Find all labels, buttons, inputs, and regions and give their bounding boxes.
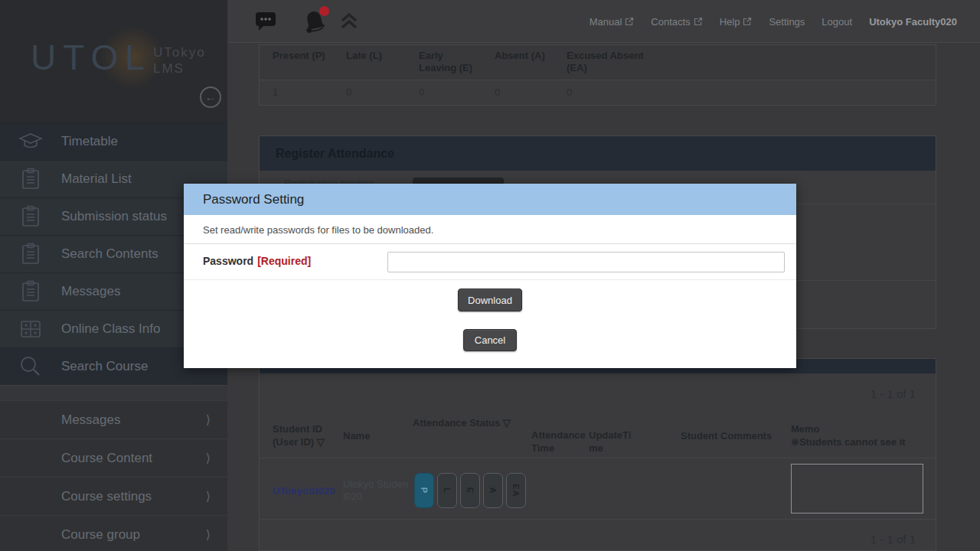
help-link-label: Help (720, 16, 740, 28)
logout-link[interactable]: Logout (822, 16, 852, 28)
utol-logo-subtitle: UTokyo LMS (153, 44, 206, 77)
sidebar-divider (0, 385, 227, 400)
status-button-late[interactable]: L (437, 473, 457, 508)
topbar-links: Manual Contacts Help Settings Logout Uto… (590, 0, 957, 43)
modal-description: Set read/write passwords for files to be… (184, 215, 796, 244)
summary-value-absent: 0 (482, 80, 554, 105)
manual-link-label: Manual (590, 16, 622, 28)
summary-header-row: Present (P) Late (L) Early Leaving (E) A… (260, 45, 936, 80)
settings-link[interactable]: Settings (769, 16, 805, 28)
modal-title: Password Setting (203, 192, 304, 207)
password-input[interactable] (387, 252, 785, 272)
column-header-student-id[interactable]: Student ID (User ID) ▽ (273, 422, 341, 448)
summary-value-present: 1 (260, 80, 333, 105)
clipboard-icon (0, 205, 61, 228)
summary-header-early-leaving: Early Leaving (E) (406, 45, 482, 80)
password-label: Password[Required] (203, 255, 311, 267)
sidebar-item-label: Online Class Info (61, 321, 160, 337)
summary-header-present: Present (P) (260, 45, 333, 80)
user-name: Utokyo Faculty020 (869, 16, 957, 28)
topbar: Manual Contacts Help Settings Logout Uto… (227, 0, 980, 43)
column-header-attendance-time: AttendanceTime (531, 429, 586, 455)
divider (260, 458, 936, 458)
chevron-right-icon: ⟩ (206, 451, 211, 465)
utol-logo: UTOL (31, 37, 152, 78)
external-link-icon (743, 17, 752, 26)
student-id-link[interactable]: UTokyoSt020 (273, 485, 335, 497)
external-link-icon (694, 17, 703, 26)
register-attendance-title: Register Attendance (276, 147, 394, 161)
sidebar-logo-area: UTOL UTokyo LMS ← (0, 0, 227, 122)
notification-badge-dot (319, 6, 329, 16)
video-conference-grid-icon (0, 319, 61, 339)
sidebar-item-timetable[interactable]: Timetable (0, 122, 227, 160)
attendance-summary-table: Present (P) Late (L) Early Leaving (E) A… (259, 44, 936, 106)
student-name: Utokyo Student020 (343, 478, 409, 503)
sidebar-item-course-settings[interactable]: Course settings ⟩ (0, 477, 227, 515)
sidebar-item-course-content[interactable]: Course Content ⟩ (0, 439, 227, 477)
status-button-absent[interactable]: A (483, 473, 503, 508)
summary-header-absent: Absent (A) (482, 45, 554, 80)
collapse-double-chevron-up-icon[interactable] (339, 13, 359, 30)
attendance-status-list-panel: 1 - 1 of 1 Student ID (User ID) ▽ Name A… (259, 358, 936, 551)
modal-header: Password Setting (184, 184, 796, 215)
summary-header-late: Late (L) (333, 45, 406, 80)
sidebar-item-label: Search Course (61, 359, 148, 374)
sidebar-item-label: Course group (61, 527, 140, 543)
contacts-link-label: Contacts (651, 16, 690, 28)
status-button-excused-absent[interactable]: EA (506, 473, 526, 508)
column-header-update-time: UpdateTime (589, 429, 635, 455)
sidebar-item-label: Messages (61, 284, 120, 299)
chevron-right-icon: ⟩ (206, 412, 211, 427)
graduation-cap-icon (0, 132, 61, 152)
sidebar-item-label: Course Content (61, 451, 152, 466)
column-header-attendance-status[interactable]: Attendance Status ▽ (413, 416, 511, 429)
sidebar-item-label: Material List (61, 171, 132, 187)
manual-link[interactable]: Manual (590, 16, 635, 28)
divider (260, 519, 936, 520)
sidebar-item-label: Submission status (61, 209, 167, 224)
chat-bubble-icon[interactable] (255, 9, 276, 32)
modal-form-row: Password[Required] (184, 244, 796, 280)
summary-header-excused-absent: Excused Absent (EA) (554, 45, 661, 80)
chevron-right-icon: ⟩ (206, 527, 211, 542)
chevron-right-icon: ⟩ (206, 489, 211, 504)
password-setting-modal: Password Setting Set read/write password… (184, 184, 796, 368)
sidebar-item-label: Timetable (61, 134, 118, 149)
cancel-button[interactable]: Cancel (463, 329, 517, 351)
attendance-status-buttons: P L E A EA (414, 473, 526, 508)
download-button[interactable]: Download (458, 289, 522, 311)
register-attendance-header: Register Attendance (260, 136, 936, 171)
sidebar-collapse-arrow-icon[interactable]: ← (200, 86, 221, 108)
column-header-student-comments: Student Comments (681, 429, 772, 442)
sidebar-item-label: Course settings (61, 489, 152, 504)
clipboard-icon (0, 280, 61, 303)
sidebar-item-course-group[interactable]: Course group ⟩ (0, 515, 227, 551)
memo-textarea[interactable] (791, 464, 923, 514)
contacts-link[interactable]: Contacts (651, 16, 702, 28)
search-icon (0, 355, 61, 378)
sidebar-item-label: Search Contents (61, 246, 158, 262)
clipboard-icon (0, 243, 61, 266)
summary-value-excused-absent: 0 (554, 80, 661, 105)
sidebar-item-messages-sub[interactable]: Messages ⟩ (0, 400, 227, 439)
status-button-early-leaving[interactable]: E (460, 473, 480, 508)
summary-value-row: 1 0 0 0 0 (260, 80, 936, 105)
notifications-bell-icon[interactable] (302, 9, 327, 35)
column-header-name: Name (343, 429, 370, 442)
clipboard-icon (0, 168, 61, 191)
summary-value-late: 0 (333, 80, 406, 105)
pagination-count: 1 - 1 of 1 (871, 387, 916, 400)
status-button-present[interactable]: P (414, 473, 434, 508)
external-link-icon (625, 17, 634, 26)
sidebar-item-label: Messages (61, 412, 120, 428)
required-badge: [Required] (257, 255, 311, 267)
pagination-count: 1 - 1 of 1 (871, 533, 916, 546)
help-link[interactable]: Help (720, 16, 753, 28)
column-header-memo: Memo ※Students cannot see it (791, 422, 929, 448)
page: Manual Contacts Help Settings Logout Uto… (0, 0, 980, 551)
summary-value-early-leaving: 0 (406, 80, 482, 105)
